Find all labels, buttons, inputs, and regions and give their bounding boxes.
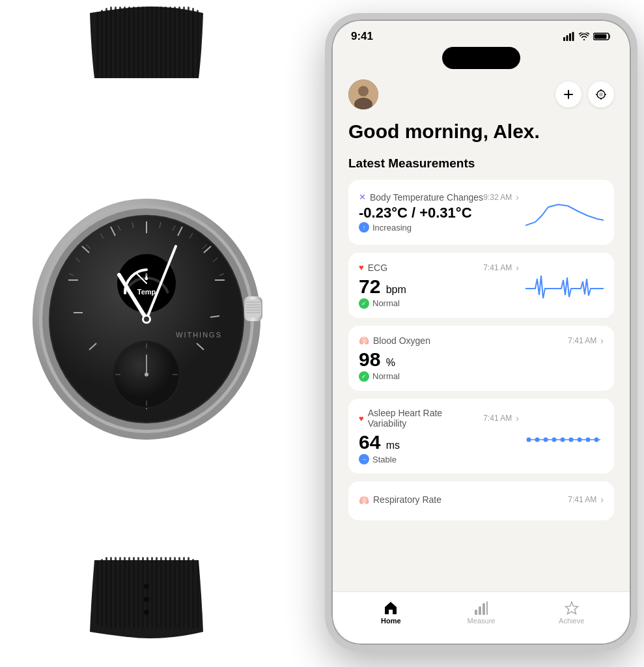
hrv-status-label: Stable: [372, 455, 397, 464]
ecg-unit: bpm: [386, 284, 406, 295]
ecg-time-row: 7:41 AM ›: [483, 263, 519, 273]
hrv-dot-5: [561, 437, 565, 442]
hrv-status: → Stable: [359, 454, 519, 464]
oxygen-time: 7:41 AM: [568, 336, 596, 345]
svg-rect-103: [563, 37, 565, 41]
svg-rect-122: [483, 603, 485, 615]
svg-rect-7: [124, 7, 126, 78]
avatar[interactable]: [348, 79, 378, 109]
svg-rect-78: [101, 559, 103, 627]
signal-icon: [563, 32, 575, 41]
add-button[interactable]: [555, 81, 581, 107]
svg-rect-20: [183, 7, 185, 78]
hrv-dot-2: [535, 437, 540, 442]
svg-point-100: [144, 584, 149, 589]
svg-rect-3: [105, 8, 107, 78]
oxygen-unit: %: [386, 357, 395, 368]
card-ecg[interactable]: ♥ ECG 7:41 AM › 72 bpm ✓: [348, 253, 614, 318]
hrv-dot-9: [595, 437, 599, 442]
svg-point-110: [358, 86, 369, 96]
svg-rect-88: [147, 557, 148, 629]
temp-status-label: Increasing: [372, 223, 412, 233]
svg-rect-4: [110, 7, 112, 78]
hrv-chart: [525, 417, 604, 456]
svg-rect-97: [188, 557, 189, 629]
card-respiratory-left: 🫁 Respiratory Rate 7:41 AM ›: [359, 494, 604, 507]
svg-rect-83: [124, 557, 126, 629]
card-body-temp-left: ✕ Body Temperature Changes 9:32 AM › -0.…: [359, 192, 519, 233]
svg-rect-5: [115, 7, 117, 78]
hrv-icon: ♥: [359, 414, 364, 423]
hrv-dot-8: [586, 437, 591, 442]
nav-measure[interactable]: Measure: [436, 601, 527, 625]
svg-rect-11: [142, 7, 144, 78]
ecg-value: 72 bpm: [359, 276, 519, 297]
nav-achieve[interactable]: Achieve: [526, 601, 617, 625]
hrv-dot-3: [544, 437, 548, 442]
achieve-icon: [564, 601, 580, 615]
card-hrv[interactable]: ♥ Asleep Heart Rate Variability 7:41 AM …: [348, 399, 614, 474]
hrv-dot-4: [552, 437, 557, 442]
svg-rect-108: [595, 35, 607, 39]
card-body-temp[interactable]: ✕ Body Temperature Changes 9:32 AM › -0.…: [348, 180, 614, 245]
nav-measure-label: Measure: [468, 617, 496, 625]
svg-rect-98: [192, 559, 194, 629]
svg-rect-13: [151, 7, 153, 78]
svg-rect-24: [192, 13, 194, 78]
measure-icon: [474, 601, 488, 615]
hrv-value: 64 ms: [359, 431, 519, 453]
hrv-dot-6: [569, 437, 574, 442]
svg-rect-80: [110, 557, 112, 629]
svg-rect-77: [96, 560, 98, 625]
svg-rect-19: [178, 7, 180, 78]
temp-time-row: 9:32 AM ›: [483, 192, 519, 203]
svg-rect-93: [169, 557, 171, 629]
oxygen-time-row: 7:41 AM ›: [568, 335, 604, 346]
home-icon: [383, 601, 399, 615]
status-time: 9:41: [351, 30, 373, 43]
card-hrv-left: ♥ Asleep Heart Rate Variability 7:41 AM …: [359, 408, 519, 464]
temp-chart: [525, 193, 604, 232]
scan-button[interactable]: [588, 81, 614, 107]
nav-home[interactable]: Home: [346, 601, 436, 625]
svg-rect-106: [572, 32, 574, 41]
svg-rect-123: [486, 601, 488, 615]
svg-rect-8: [128, 7, 130, 78]
hrv-unit: ms: [386, 440, 400, 451]
hrv-title: Asleep Heart Rate Variability: [368, 408, 484, 429]
bottom-nav: Home Measure Achieve: [333, 591, 630, 644]
svg-rect-2: [101, 10, 103, 78]
resp-time: 7:41 AM: [568, 495, 596, 504]
svg-text:🌡: 🌡: [142, 272, 151, 282]
oxygen-chevron: ›: [600, 335, 604, 346]
card-respiratory[interactable]: 🫁 Respiratory Rate 7:41 AM ›: [348, 481, 614, 520]
svg-rect-12: [147, 7, 148, 78]
resp-chevron: ›: [600, 494, 604, 505]
oxygen-value: 98 %: [359, 348, 604, 370]
temp-sparkline: [525, 205, 604, 225]
temp-chevron: ›: [516, 192, 519, 203]
svg-point-101: [144, 597, 149, 602]
temp-title: Body Temperature Changes: [370, 192, 483, 203]
svg-rect-95: [178, 557, 180, 629]
resp-title: Respiratory Rate: [373, 494, 441, 505]
hrv-dot-1: [527, 437, 531, 442]
svg-rect-85: [133, 557, 135, 629]
svg-rect-23: [197, 10, 199, 78]
card-blood-oxygen[interactable]: 🫁 Blood Oxygen 7:41 AM › 98 % ✓: [348, 326, 614, 391]
svg-rect-90: [156, 557, 158, 629]
ecg-chevron: ›: [516, 263, 519, 273]
temp-status: ↑ Increasing: [359, 222, 519, 233]
svg-rect-16: [165, 7, 167, 78]
card-blood-oxygen-left: 🫁 Blood Oxygen 7:41 AM › 98 % ✓: [359, 335, 604, 382]
ecg-chart: [525, 266, 604, 305]
svg-point-115: [599, 92, 603, 96]
header-actions: [555, 81, 614, 107]
ecg-status-label: Normal: [372, 298, 400, 308]
temp-icon: ✕: [359, 192, 366, 202]
hrv-chevron: ›: [516, 413, 519, 423]
hrv-time-row: 7:41 AM ›: [483, 413, 519, 423]
svg-rect-14: [156, 7, 158, 78]
card-ecg-left: ♥ ECG 7:41 AM › 72 bpm ✓: [359, 263, 519, 309]
greeting-text: Good morning, Alex.: [348, 120, 614, 143]
